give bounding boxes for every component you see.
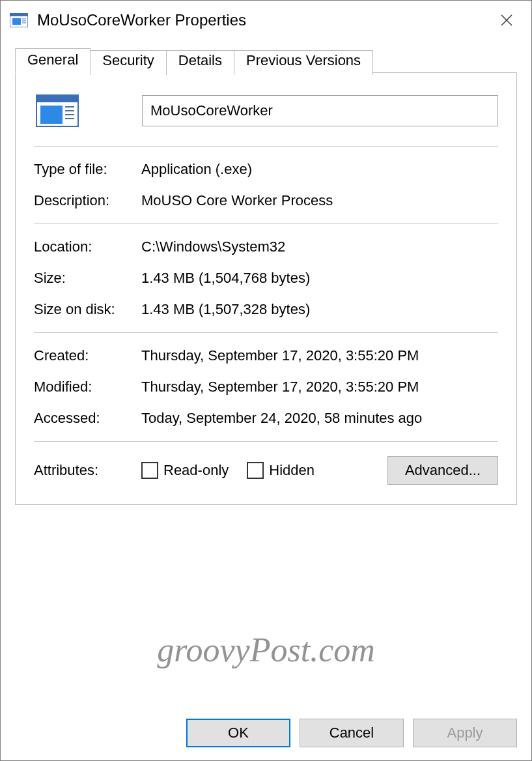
readonly-label: Read-only [163, 462, 229, 479]
location-value: C:\Windows\System32 [141, 238, 498, 255]
cancel-button[interactable]: Cancel [300, 719, 404, 747]
svg-rect-10 [40, 106, 63, 124]
tab-security[interactable]: Security [90, 50, 166, 75]
close-button[interactable] [487, 4, 526, 36]
size-on-disk-value: 1.43 MB (1,507,328 bytes) [141, 301, 498, 318]
hidden-checkbox[interactable]: Hidden [247, 462, 315, 479]
file-name-value: MoUsoCoreWorker [150, 102, 273, 119]
window-title: MoUsoCoreWorker Properties [37, 11, 487, 29]
tab-previous-versions[interactable]: Previous Versions [234, 50, 373, 75]
separator [34, 441, 498, 442]
accessed-value: Today, September 24, 2020, 58 minutes ag… [141, 410, 498, 427]
properties-dialog: MoUsoCoreWorker Properties General Secur… [0, 0, 532, 761]
checkbox-icon [247, 462, 264, 479]
attributes-label: Attributes: [34, 462, 141, 479]
separator [34, 332, 498, 333]
description-label: Description: [34, 192, 141, 209]
description-value: MoUSO Core Worker Process [141, 192, 498, 209]
tab-general[interactable]: General [15, 48, 91, 73]
accessed-label: Accessed: [34, 410, 141, 427]
modified-label: Modified: [34, 379, 141, 395]
checkbox-icon [141, 462, 158, 479]
separator [34, 223, 498, 224]
type-value: Application (.exe) [141, 161, 498, 178]
modified-value: Thursday, September 17, 2020, 3:55:20 PM [141, 379, 498, 395]
readonly-checkbox[interactable]: Read-only [141, 462, 229, 479]
size-value: 1.43 MB (1,504,768 bytes) [141, 270, 498, 287]
tab-bar: General Security Details Previous Versio… [15, 48, 517, 72]
type-label: Type of file: [34, 161, 141, 178]
hidden-label: Hidden [269, 462, 315, 479]
tab-details[interactable]: Details [166, 50, 234, 75]
titlebar[interactable]: MoUsoCoreWorker Properties [1, 1, 531, 40]
svg-rect-1 [10, 13, 28, 16]
svg-rect-9 [36, 95, 78, 102]
apply-button[interactable]: Apply [413, 719, 517, 747]
ok-button[interactable]: OK [186, 719, 290, 747]
created-label: Created: [34, 347, 141, 364]
dialog-buttons: OK Cancel Apply [1, 707, 531, 760]
created-value: Thursday, September 17, 2020, 3:55:20 PM [141, 347, 498, 364]
svg-rect-2 [12, 18, 21, 25]
size-label: Size: [34, 270, 141, 287]
general-panel: MoUsoCoreWorker Type of file: Applicatio… [15, 72, 517, 505]
file-type-icon [34, 93, 81, 129]
location-label: Location: [34, 238, 141, 255]
file-name-input[interactable]: MoUsoCoreWorker [142, 95, 498, 126]
advanced-button[interactable]: Advanced... [387, 456, 498, 485]
separator [34, 146, 498, 147]
size-on-disk-label: Size on disk: [34, 301, 141, 318]
app-window-icon [10, 13, 28, 27]
